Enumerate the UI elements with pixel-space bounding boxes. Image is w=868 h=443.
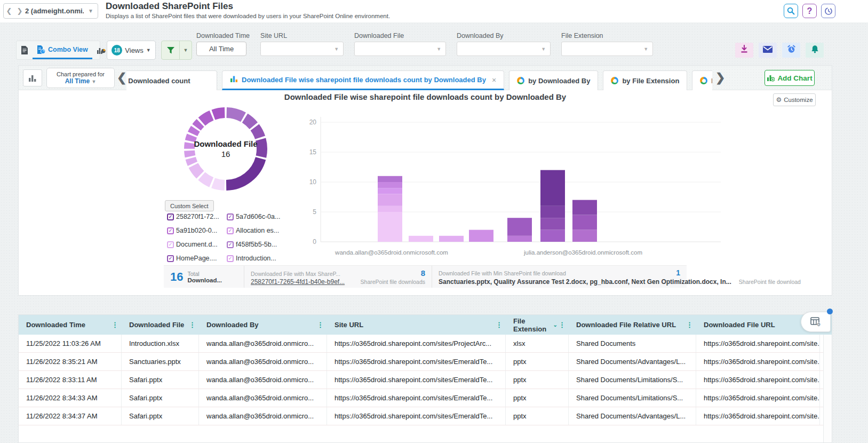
nav-forward-icon[interactable]: ❯ <box>14 7 25 15</box>
bar-segment[interactable] <box>540 230 565 242</box>
bar-segment[interactable] <box>378 176 402 182</box>
donut-segment[interactable] <box>183 106 268 192</box>
history-button[interactable] <box>821 4 835 18</box>
table-settings-button[interactable]: ⚙ <box>801 312 831 332</box>
tenant-selector[interactable]: 2 (admeight.onmi... <box>25 7 84 15</box>
chart-prepared-for-button[interactable]: Chart prepared for All Time ▼ <box>46 68 115 88</box>
filter-select[interactable]: ▼ <box>457 42 551 56</box>
checkbox-checked-icon[interactable]: ✓ <box>167 255 174 262</box>
close-icon[interactable]: × <box>492 76 496 84</box>
checkbox-checked-icon[interactable]: ✓ <box>227 227 234 234</box>
donut-segment[interactable] <box>183 106 268 192</box>
legend-item[interactable]: ✓Introduction... <box>227 251 290 265</box>
filter-select[interactable]: ▼ <box>260 42 344 56</box>
chart-tab-2[interactable]: by Downloaded By <box>509 70 598 90</box>
legend-item[interactable]: ✓Allocation es... <box>227 224 290 238</box>
legend-item[interactable]: ✓Document.d... <box>167 238 227 251</box>
combo-view-tab[interactable]: Combo View <box>33 41 92 59</box>
donut-chart[interactable] <box>183 106 268 192</box>
report-view-tab[interactable] <box>17 41 33 59</box>
donut-segment[interactable] <box>183 106 268 192</box>
filter-dropdown-caret[interactable]: ▼ <box>180 41 192 59</box>
bar-segment[interactable] <box>507 236 532 242</box>
chart-tab-1[interactable]: Downloaded File wise sharepoint file dow… <box>222 70 504 90</box>
table-row[interactable]: 11/26/2022 8:35:21 AMSanctuaries.pptxwan… <box>19 353 832 371</box>
help-button[interactable]: ? <box>802 4 817 18</box>
checkbox-checked-icon[interactable]: ✓ <box>227 213 234 220</box>
table-row[interactable]: 11/26/2022 8:34:37 AMSafari.pptxwanda.al… <box>19 407 832 425</box>
donut-segment[interactable] <box>183 106 268 192</box>
donut-segment[interactable] <box>183 106 268 192</box>
bar-segment[interactable] <box>540 218 565 230</box>
report-navigator[interactable]: ❮ ❯ 2 (admeight.onmi... ▼ <box>3 3 98 19</box>
donut-segment[interactable] <box>183 106 268 192</box>
chart-tab-0[interactable]: Hourly Downloaded count <box>126 70 217 90</box>
bar-segment[interactable] <box>378 194 402 205</box>
views-button[interactable]: 18 Views ▼ <box>107 41 156 60</box>
search-button[interactable] <box>784 4 798 18</box>
bar-segment[interactable] <box>507 218 532 236</box>
legend-item[interactable]: ✓5a7d606c-0a... <box>227 210 290 224</box>
chart-tab-3[interactable]: by File Extension <box>603 70 687 90</box>
tabs-scroll-right-icon[interactable]: ❯ <box>715 70 725 86</box>
bar-segment[interactable] <box>469 230 493 242</box>
nav-back-icon[interactable]: ❮ <box>4 7 14 15</box>
schedule-button[interactable] <box>782 43 800 58</box>
checkbox-checked-icon[interactable]: ✓ <box>227 241 234 248</box>
legend-item[interactable]: ✓258270f1-72... <box>167 210 227 224</box>
stat-max-link[interactable]: 258270f1-7265-4fd1-b40e-b9ef... <box>251 278 345 286</box>
filter-select[interactable]: ▼ <box>561 42 653 56</box>
donut-segment[interactable] <box>183 106 268 192</box>
donut-segment[interactable] <box>183 106 268 192</box>
download-button[interactable] <box>735 43 753 58</box>
table-row[interactable]: 11/26/2022 8:33:11 AMSafari.pptxwanda.al… <box>19 371 832 389</box>
column-menu-icon[interactable]: ⋮ <box>559 321 566 329</box>
legend-item[interactable]: ✓5a91b020-0... <box>167 224 227 238</box>
filter-funnel-icon[interactable] <box>162 41 180 59</box>
column-header-downloaded-file[interactable]: Downloaded File⋮ <box>122 315 199 335</box>
column-header-downloaded-by[interactable]: Downloaded By⋮ <box>199 315 327 335</box>
legend-item[interactable]: ✓HomePage.... <box>167 251 227 265</box>
donut-segment[interactable] <box>183 106 268 192</box>
donut-segment[interactable] <box>183 106 268 192</box>
legend-item[interactable]: ✓f458f5b5-5b... <box>227 238 290 251</box>
chart-tab-4[interactable]: by Downloaded File <box>692 70 712 90</box>
bar-segment[interactable] <box>378 188 402 194</box>
checkbox-checked-icon[interactable]: ✓ <box>167 227 174 234</box>
column-menu-icon[interactable]: ⋮ <box>686 321 693 329</box>
tabs-scroll-left-icon[interactable]: ❮ <box>117 70 126 86</box>
bar-segment[interactable] <box>540 170 565 206</box>
column-header-downloaded-time[interactable]: Downloaded Time⋮ <box>19 315 122 335</box>
column-menu-icon[interactable]: ⋮ <box>496 321 503 329</box>
bar-segment[interactable] <box>378 182 402 188</box>
sort-indicator-icon[interactable]: ⌄ <box>553 322 558 328</box>
bar-segment[interactable] <box>439 236 464 242</box>
filter-button[interactable]: ▼ <box>161 41 192 60</box>
email-button[interactable] <box>759 43 777 58</box>
table-scrollbar[interactable] <box>823 335 832 442</box>
bar-segment[interactable] <box>378 212 402 242</box>
donut-segment[interactable] <box>183 106 268 192</box>
column-menu-icon[interactable]: ⋮ <box>112 321 118 329</box>
bar-segment[interactable] <box>409 236 433 242</box>
filter-value-button[interactable]: All Time <box>196 42 246 56</box>
checkbox-checked-icon[interactable]: ✓ <box>167 241 174 248</box>
column-header-downloaded-file-relative-url[interactable]: Downloaded File Relative URL⋮ <box>569 315 696 335</box>
donut-segment[interactable] <box>183 106 268 192</box>
bar-segment[interactable] <box>572 230 597 242</box>
filter-select[interactable]: ▼ <box>354 42 446 56</box>
bar-segment[interactable] <box>572 215 597 230</box>
column-header-site-url[interactable]: Site URL⋮ <box>327 315 506 335</box>
add-chart-button[interactable]: Add Chart <box>765 70 815 86</box>
table-row[interactable]: 11/26/2022 8:34:33 AMSafari.pptxwanda.al… <box>19 389 832 407</box>
donut-segment[interactable] <box>183 106 268 192</box>
bar-segment[interactable] <box>378 206 402 212</box>
bar-segment[interactable] <box>572 200 597 215</box>
column-header-file-extension[interactable]: File Extension⌄⋮ <box>506 315 569 335</box>
column-menu-icon[interactable]: ⋮ <box>317 321 324 329</box>
checkbox-checked-icon[interactable]: ✓ <box>227 255 234 262</box>
checkbox-checked-icon[interactable]: ✓ <box>167 213 174 220</box>
bar-segment[interactable] <box>540 206 565 218</box>
alert-button[interactable] <box>806 43 824 58</box>
bar-chart[interactable]: 05101520wanda.allan@o365droid.onmicrosof… <box>299 108 726 264</box>
